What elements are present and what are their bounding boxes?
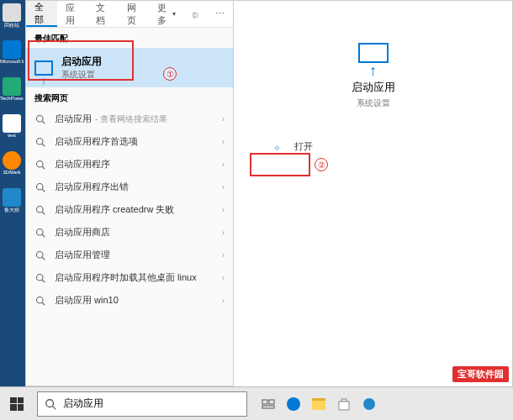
taskbar-search-box[interactable]: [37, 391, 247, 417]
chevron-right-icon: ›: [222, 160, 225, 169]
svg-point-0: [37, 115, 44, 122]
svg-point-14: [37, 274, 44, 281]
result-text: 启动应用商店: [55, 226, 222, 239]
preview-subtitle: 系统设置: [357, 97, 390, 109]
svg-point-23: [287, 397, 300, 411]
chevron-right-icon: ›: [222, 228, 225, 237]
tab-web[interactable]: 网页: [119, 1, 150, 27]
desktop-icon-3dmark[interactable]: 3DMark: [0, 151, 24, 185]
web-result[interactable]: 启动应用商店›: [26, 221, 233, 244]
svg-point-27: [363, 398, 375, 410]
web-result[interactable]: 启动应用程序出错›: [26, 176, 233, 198]
desktop-icon-edge[interactable]: Microsoft Edge: [0, 40, 24, 74]
web-results-list: 启动应用- 查看网络搜索结果› 启动应用程序首选项› 启动应用程序› 启动应用程…: [26, 108, 233, 386]
svg-rect-21: [269, 400, 274, 404]
taskbar-pinned-apps: [256, 391, 382, 417]
more-options-icon[interactable]: ⋯: [207, 1, 233, 27]
search-icon: [34, 227, 46, 239]
svg-point-10: [37, 228, 44, 235]
desktop-icon-gpu[interactable]: TechPower GPU-...: [0, 77, 24, 111]
search-icon: [45, 398, 56, 410]
chevron-right-icon: ›: [222, 251, 225, 260]
chevron-right-icon: ›: [222, 183, 225, 192]
search-icon: [34, 181, 46, 193]
tab-more[interactable]: 更多: [149, 1, 184, 27]
svg-line-7: [42, 189, 45, 192]
result-text: 启动应用程序 createdrw 失败: [55, 203, 222, 216]
best-match-subtitle: 系统设置: [61, 69, 102, 81]
svg-point-4: [37, 160, 44, 167]
taskbar: [0, 386, 513, 420]
feedback-icon[interactable]: ⟄: [184, 1, 207, 27]
svg-line-15: [42, 280, 45, 282]
preview-panel: 启动应用 系统设置 ⟐ 打开: [234, 0, 513, 386]
svg-line-19: [53, 406, 56, 409]
task-view-icon[interactable]: [256, 391, 281, 417]
result-text: 启动应用程序: [55, 158, 222, 171]
chevron-right-icon: ›: [222, 274, 225, 282]
svg-line-9: [42, 212, 45, 214]
svg-line-1: [42, 121, 45, 123]
explorer-icon[interactable]: [306, 391, 331, 417]
store-icon[interactable]: [331, 391, 357, 417]
search-results-panel: 全部 应用 文档 网页 更多 ⟄ ⋯ 最佳匹配 启动应用 系统设置 搜索网页 启…: [25, 0, 234, 386]
desktop-icon-test[interactable]: test: [0, 114, 24, 148]
search-input[interactable]: [63, 398, 240, 410]
open-label: 打开: [294, 140, 313, 153]
result-text: 启动应用- 查看网络搜索结果: [55, 113, 222, 125]
svg-rect-20: [262, 400, 267, 404]
web-result[interactable]: 启动应用程序›: [26, 153, 233, 176]
svg-point-6: [37, 183, 44, 190]
svg-point-12: [37, 251, 44, 258]
search-icon: [34, 272, 46, 284]
svg-point-8: [37, 206, 44, 213]
best-match-result[interactable]: 启动应用 系统设置: [26, 48, 233, 87]
web-result[interactable]: 启动应用管理›: [26, 244, 233, 266]
svg-line-13: [42, 257, 45, 260]
search-icon: [34, 295, 46, 307]
desktop-icons-column: 回收站 Microsoft Edge TechPower GPU-... tes…: [0, 0, 25, 386]
start-button[interactable]: [0, 387, 34, 421]
result-text: 启动应用程序出错: [55, 181, 222, 193]
startup-apps-icon: [34, 59, 53, 77]
web-result[interactable]: 启动应用- 查看网络搜索结果›: [26, 108, 233, 130]
search-icon: [34, 249, 46, 261]
open-action[interactable]: ⟐ 打开: [264, 134, 483, 159]
watermark: 宝哥软件园: [452, 365, 510, 383]
svg-rect-22: [262, 406, 274, 408]
web-result[interactable]: 启动应用 win10›: [26, 289, 233, 312]
svg-rect-26: [339, 402, 349, 410]
search-icon: [34, 159, 46, 171]
desktop-icon-ludashi[interactable]: 鲁大师: [0, 188, 24, 222]
result-text: 启动应用管理: [55, 249, 222, 261]
web-result[interactable]: 启动应用程序首选项›: [26, 130, 233, 153]
chevron-right-icon: ›: [222, 115, 225, 123]
result-text: 启动应用程序时加载其他桌面 linux: [55, 271, 222, 284]
section-web-header: 搜索网页: [26, 87, 233, 108]
chevron-right-icon: ›: [222, 297, 225, 305]
svg-point-16: [37, 297, 44, 303]
search-icon: [34, 204, 46, 216]
search-icon: [34, 136, 46, 148]
tab-docs[interactable]: 文档: [87, 1, 119, 27]
search-icon: [34, 113, 46, 125]
chevron-right-icon: ›: [222, 138, 225, 146]
edge-icon[interactable]: [281, 391, 306, 417]
section-best-match-header: 最佳匹配: [26, 28, 233, 48]
chevron-right-icon: ›: [222, 206, 225, 214]
app-icon[interactable]: [357, 391, 382, 417]
result-text: 启动应用程序首选项: [55, 135, 222, 148]
windows-logo-icon: [10, 397, 24, 411]
svg-point-2: [37, 138, 44, 144]
web-result[interactable]: 启动应用程序 createdrw 失败›: [26, 198, 233, 221]
open-icon: ⟐: [274, 142, 286, 152]
best-match-title: 启动应用: [61, 55, 102, 69]
result-text: 启动应用 win10: [55, 294, 222, 307]
tab-apps[interactable]: 应用: [57, 1, 88, 27]
svg-line-3: [42, 144, 45, 146]
svg-point-18: [46, 399, 54, 407]
svg-line-11: [42, 234, 45, 237]
tab-all[interactable]: 全部: [26, 1, 57, 27]
desktop-icon-recycle[interactable]: 回收站: [0, 3, 24, 37]
web-result[interactable]: 启动应用程序时加载其他桌面 linux›: [26, 266, 233, 289]
